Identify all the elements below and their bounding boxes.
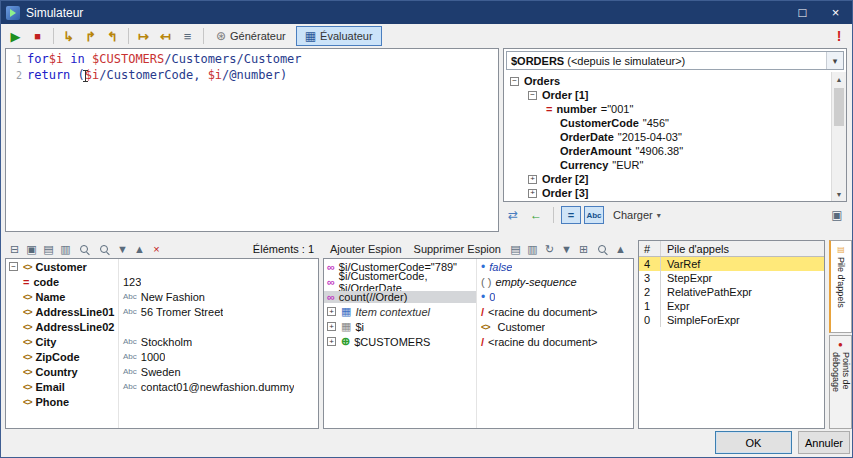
callstack-row-stepexpr[interactable]: 3 StepExpr <box>639 271 824 285</box>
variable-i-row[interactable]: + ▦ $i <> Customer <box>324 319 633 334</box>
maximize-button[interactable]: □ <box>786 1 819 24</box>
watch-expression: $CUSTOMERS <box>354 336 430 348</box>
sort-ascending-icon[interactable]: ▲ <box>133 243 146 255</box>
expand-icon[interactable]: + <box>327 307 336 316</box>
context-item-row[interactable]: + ▦ Item contextuel / <racine du documen… <box>324 304 633 319</box>
tree-item-orderdate[interactable]: OrderDate "2015-04-03" <box>504 130 830 144</box>
tree-item-order-3[interactable]: + Order [3] <box>504 186 830 200</box>
callstack-row-relativepathexpr[interactable]: 2 RelativePathExpr <box>639 285 824 299</box>
scroll-down-icon[interactable]: ▼ <box>832 187 846 201</box>
tree-item-phone[interactable]: <> Phone <box>6 394 318 409</box>
frame-number: 0 <box>639 313 661 327</box>
tree-item-zipcode[interactable]: <> ZipCode Abc 1000 <box>6 349 318 364</box>
close-button[interactable]: × <box>819 1 852 24</box>
run-to-end-icon[interactable]: ↤ <box>155 26 176 46</box>
tree-item-city[interactable]: <> City Abc Stockholm <box>6 334 318 349</box>
find-next-icon[interactable] <box>100 245 108 253</box>
refresh-icon[interactable]: ↻ <box>543 243 556 256</box>
tree-item-customercode[interactable]: CustomerCode "456" <box>504 116 830 130</box>
add-watch-button[interactable]: Ajouter Espion <box>326 243 406 255</box>
watch-row-3[interactable]: ∞ count(//Order) • 0 <box>324 289 633 304</box>
tree-item-currency[interactable]: Currency "EUR" <box>504 158 830 172</box>
back-arrow-icon[interactable]: ← <box>526 206 546 224</box>
ok-button[interactable]: OK <box>715 431 792 454</box>
expand-icon[interactable]: + <box>327 337 336 346</box>
show-attributes-toggle[interactable]: = <box>561 206 581 224</box>
column-divider[interactable] <box>118 259 119 428</box>
find-icon[interactable] <box>598 245 606 253</box>
dock-icon[interactable]: ▣ <box>827 206 847 224</box>
expand-icon[interactable]: + <box>528 189 537 198</box>
variable-customers-row[interactable]: + ⊕ $CUSTOMERS / <racine du document> <box>324 334 633 349</box>
stop-debugging-icon[interactable]: ■ <box>27 26 48 46</box>
generator-label: Générateur <box>230 30 286 42</box>
collapse-icon[interactable]: − <box>528 91 537 100</box>
tree-item-orderamount[interactable]: OrderAmount "4906.38" <box>504 144 830 158</box>
expand-icon[interactable]: + <box>528 175 537 184</box>
simulator-toolbar: ⇄ ← = Abc Charger ▾ ▣ <box>503 204 847 226</box>
collapse-icon[interactable]: − <box>510 77 519 86</box>
grid-view-icon[interactable]: ▤ <box>42 243 55 256</box>
step-over-icon[interactable]: ↱ <box>80 26 101 46</box>
generator-button[interactable]: ⊛ Générateur <box>208 26 294 46</box>
chevron-down-icon[interactable]: ▾ <box>826 52 843 69</box>
tree-item-order-2[interactable]: + Order [2] <box>504 172 830 186</box>
callstack-row-simpleforexpr[interactable]: 0 SimpleForExpr <box>639 313 824 327</box>
node-value: Stockholm <box>141 336 192 348</box>
cancel-button[interactable]: Annuler <box>798 431 850 454</box>
show-types-toggle[interactable]: Abc <box>584 206 604 224</box>
tree-item-addressline01[interactable]: <> AddressLine01 Abc 56 Tromer Street <box>6 304 318 319</box>
expand-icon[interactable]: + <box>327 322 336 331</box>
collapse-all-icon[interactable]: ⊟ <box>8 243 21 256</box>
column-header-number[interactable]: # <box>639 241 661 256</box>
column-header-name[interactable]: Pile d'appels <box>661 241 824 256</box>
source-select[interactable]: $ORDERS (<depuis le simulateur>) ▾ <box>506 51 844 70</box>
sync-icon[interactable]: ⇄ <box>503 206 523 224</box>
grid-view-icon[interactable]: ▤ <box>509 243 522 256</box>
clear-icon[interactable]: × <box>150 243 163 255</box>
sort-descending-icon[interactable]: ▼ <box>116 243 129 255</box>
tree-item-order-1[interactable]: − Order [1] <box>504 88 830 102</box>
scroll-up-icon[interactable]: ▲ <box>832 72 846 86</box>
toolbar-separator <box>53 28 54 44</box>
collapse-icon[interactable]: − <box>9 262 18 271</box>
start-debugging-icon[interactable]: ▶ <box>5 26 26 46</box>
node-name: Customer <box>36 261 87 273</box>
node-name-cell: <> Name <box>6 291 118 303</box>
filter-icon[interactable]: ▼ <box>560 243 573 255</box>
expand-all-icon[interactable]: ⊞ <box>577 243 590 256</box>
xquery-editor[interactable]: 1for$i in $CUSTOMERS/Customers/Customer … <box>5 48 499 232</box>
vertical-scrollbar[interactable]: ▲ ▼ <box>831 72 846 201</box>
tree-item-customer[interactable]: − <> Customer <box>6 259 318 274</box>
find-icon[interactable] <box>80 245 88 253</box>
watch-row-2[interactable]: ∞ $i/CustomerCode, $i/OrderDate ( ) empt… <box>324 274 633 289</box>
tab-callstack[interactable]: ▤ Pile d'appels <box>829 240 852 333</box>
column-divider[interactable] <box>476 259 477 428</box>
tree-item-name[interactable]: <> Name Abc New Fashion <box>6 289 318 304</box>
tree-item-addressline02[interactable]: <> AddressLine02 <box>6 319 318 334</box>
callstack-row-expr[interactable]: 1 Expr <box>639 299 824 313</box>
sort-ascending-icon[interactable]: ▲ <box>614 243 627 255</box>
tree-item-number-attribute[interactable]: = number ="001" <box>504 102 830 116</box>
tree-item-code[interactable]: = code 123 <box>6 274 318 289</box>
callstack-row-varref[interactable]: 4 VarRef <box>639 257 824 271</box>
step-out-icon[interactable]: ↰ <box>102 26 123 46</box>
node-name: Email <box>36 381 65 393</box>
tree-item-email[interactable]: <> Email Abc contact01@newfashion.dummy <box>6 379 318 394</box>
tree-item-orders[interactable]: − Orders <box>504 74 830 88</box>
load-dropdown[interactable]: Charger ▾ <box>607 206 667 224</box>
dock-icon[interactable]: ▣ <box>25 243 38 256</box>
copy-icon[interactable]: ▥ <box>526 243 539 256</box>
remove-watch-button[interactable]: Supprimer Espion <box>410 243 505 255</box>
abc-icon: Abc <box>123 367 137 376</box>
view-options-icon[interactable]: ≡ <box>177 26 198 46</box>
error-indicator-icon[interactable]: ! <box>830 28 848 44</box>
tab-breakpoints[interactable]: ● Points de débogage <box>829 335 852 429</box>
copy-icon[interactable]: ▥ <box>59 243 72 256</box>
document-toolbar: ⊟ ▣ ▤ ▥ ▼ ▲ × Éléments : 1 <box>5 240 319 258</box>
evaluator-button[interactable]: ▦ Évaluateur <box>296 26 382 46</box>
run-to-cursor-icon[interactable]: ↦ <box>133 26 154 46</box>
scroll-thumb[interactable] <box>834 88 844 126</box>
tree-item-country[interactable]: <> Country Abc Sweden <box>6 364 318 379</box>
step-into-icon[interactable]: ↳ <box>58 26 79 46</box>
